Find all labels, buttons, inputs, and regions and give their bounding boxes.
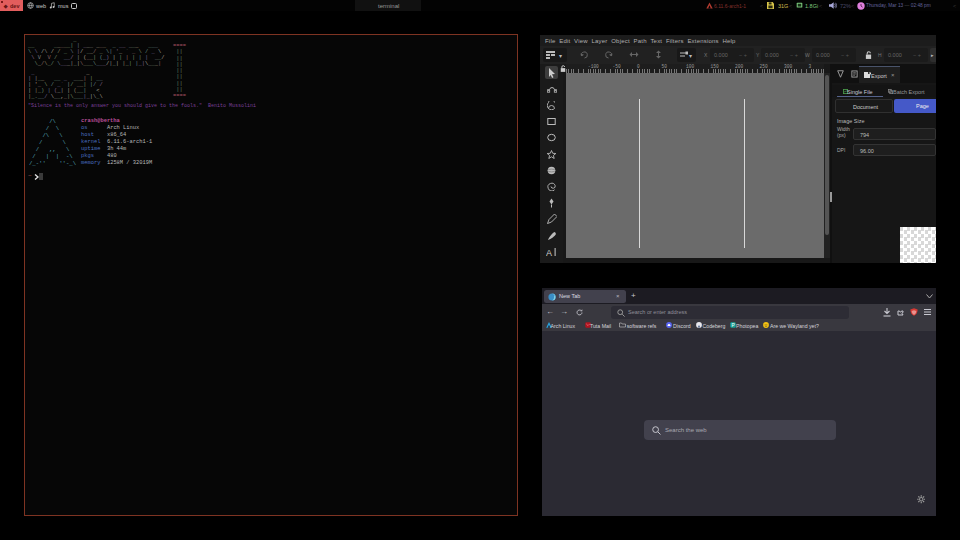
svg-text:A: A [546, 247, 552, 257]
svg-text:P: P [732, 323, 735, 328]
